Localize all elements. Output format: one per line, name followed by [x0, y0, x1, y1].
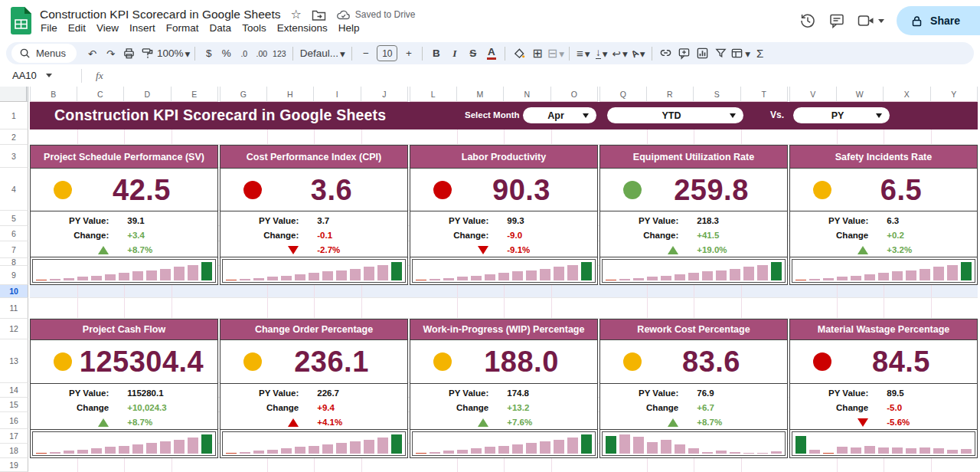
increase-decimals-button[interactable]: .00	[253, 44, 270, 62]
column-header-T[interactable]: T	[741, 87, 789, 102]
row-header-15[interactable]: 15	[0, 398, 28, 412]
redo-button[interactable]: ↷	[102, 44, 119, 62]
row-header-14[interactable]: 14	[0, 383, 28, 398]
spreadsheet-body[interactable]: Construction KPI Scorecard in Google She…	[30, 102, 978, 472]
row-header-4[interactable]: 4	[0, 168, 28, 211]
font-family-select[interactable]: Defaul... ▾	[298, 44, 347, 62]
month-dropdown[interactable]: Apr	[523, 107, 596, 123]
undo-button[interactable]: ↶	[83, 44, 101, 62]
vertical-align-button[interactable]: ↓ ▾	[593, 44, 610, 62]
currency-format-button[interactable]: $	[200, 44, 217, 62]
row-header-2[interactable]: 2	[0, 129, 28, 145]
insert-comment-button[interactable]	[675, 44, 693, 62]
meet-camera-button[interactable]	[858, 14, 884, 28]
text-color-button[interactable]: A	[482, 44, 500, 62]
merge-cells-button[interactable]: ⊟ ▾	[547, 44, 564, 62]
borders-button[interactable]: ⊞	[528, 44, 546, 62]
row-header-5[interactable]: 5	[0, 211, 28, 226]
row-header-11[interactable]: 11	[0, 298, 28, 319]
row-header-12[interactable]: 12	[0, 319, 28, 339]
create-filter-button[interactable]	[712, 44, 730, 62]
saved-to-drive-status[interactable]: Saved to Drive	[336, 9, 416, 21]
column-header-G[interactable]: G	[220, 87, 267, 102]
strikethrough-button[interactable]: S	[464, 44, 482, 62]
column-header-X[interactable]: X	[884, 87, 931, 102]
comment-history-icon[interactable]	[828, 12, 845, 29]
row-header-9[interactable]: 9	[0, 266, 28, 285]
column-header-Q[interactable]: Q	[599, 87, 647, 102]
functions-button[interactable]: Σ	[751, 44, 769, 62]
compare-dropdown[interactable]: PY	[793, 107, 890, 123]
row-header-18[interactable]: 18	[0, 444, 28, 458]
google-sheets-logo-icon[interactable]	[11, 7, 31, 34]
menu-data[interactable]: Data	[204, 21, 237, 37]
row-header-19[interactable]: 19	[0, 458, 28, 472]
column-header-O[interactable]: O	[551, 87, 599, 102]
zoom-select[interactable]: 100% ▾	[157, 44, 190, 62]
row-header-8[interactable]: 8	[0, 258, 28, 266]
version-history-icon[interactable]	[799, 12, 816, 29]
menu-view[interactable]: View	[91, 21, 124, 37]
decrease-decimals-button[interactable]: .0	[235, 44, 253, 62]
formula-input[interactable]	[103, 64, 980, 87]
toolbar-divider	[422, 47, 423, 61]
menu-help[interactable]: Help	[333, 21, 365, 37]
row-header-7[interactable]: 7	[0, 241, 28, 258]
row-header-10[interactable]: 10	[0, 285, 28, 298]
horizontal-align-button[interactable]: ≡ ▾	[574, 44, 592, 62]
text-wrap-button[interactable]: ↩ ▾	[611, 44, 629, 62]
column-header-D[interactable]: D	[124, 87, 172, 102]
menu-format[interactable]: Format	[161, 21, 204, 37]
select-all-corner[interactable]	[0, 87, 28, 102]
period-dropdown[interactable]: YTD	[607, 107, 743, 123]
insert-chart-button[interactable]	[694, 44, 711, 62]
column-header-C[interactable]: C	[77, 87, 125, 102]
paint-format-button[interactable]	[139, 44, 156, 62]
row-header-6[interactable]: 6	[0, 226, 28, 241]
row-header-13[interactable]: 13	[0, 339, 28, 383]
document-title[interactable]: Construction KPI Scorecard in Google She…	[40, 8, 280, 21]
column-header-I[interactable]: I	[314, 87, 361, 102]
increase-font-size-button[interactable]: +	[400, 44, 417, 62]
menu-edit[interactable]: Edit	[63, 21, 91, 37]
camera-dropdown-caret-icon[interactable]	[878, 19, 884, 23]
column-header-Y[interactable]: Y	[931, 87, 978, 102]
column-header-V[interactable]: V	[789, 87, 837, 102]
menus-search-button[interactable]: Menus	[11, 44, 77, 63]
column-header-E[interactable]: E	[172, 87, 219, 102]
print-button[interactable]	[120, 44, 138, 62]
column-header-W[interactable]: W	[837, 87, 884, 102]
menu-extensions[interactable]: Extensions	[272, 21, 333, 37]
row-header-16[interactable]: 16	[0, 412, 28, 429]
row-header-3[interactable]: 3	[0, 145, 28, 168]
name-box-caret-icon[interactable]	[46, 74, 52, 77]
insert-link-button[interactable]	[657, 44, 675, 62]
share-button[interactable]: Share	[897, 6, 980, 35]
kpi-value: 42.5	[72, 175, 217, 205]
column-header-M[interactable]: M	[457, 87, 505, 102]
menu-file[interactable]: File	[35, 21, 63, 37]
row-header-1[interactable]: 1	[0, 102, 28, 129]
bold-button[interactable]: B	[427, 44, 445, 62]
column-header-L[interactable]: L	[410, 87, 457, 102]
text-rotation-button[interactable]: A ▾	[629, 44, 647, 62]
more-formats-button[interactable]: 123	[270, 44, 288, 62]
name-box[interactable]: AA10	[0, 70, 72, 81]
column-header-H[interactable]: H	[267, 87, 315, 102]
fill-color-button[interactable]	[510, 44, 528, 62]
menu-insert[interactable]: Insert	[124, 21, 161, 37]
row-header-17[interactable]: 17	[0, 429, 28, 444]
menu-tools[interactable]: Tools	[237, 21, 272, 37]
move-to-folder-icon[interactable]	[312, 8, 326, 21]
italic-button[interactable]: I	[446, 44, 463, 62]
column-header-N[interactable]: N	[504, 87, 551, 102]
table-views-button[interactable]: ▾	[730, 44, 750, 62]
column-header-J[interactable]: J	[361, 87, 409, 102]
column-header-S[interactable]: S	[694, 87, 741, 102]
font-size-input[interactable]: 10	[377, 45, 397, 61]
percent-format-button[interactable]: %	[217, 44, 235, 62]
column-header-R[interactable]: R	[647, 87, 694, 102]
column-header-B[interactable]: B	[30, 87, 77, 102]
decrease-font-size-button[interactable]: −	[357, 44, 374, 62]
star-icon[interactable]: ☆	[290, 8, 301, 21]
